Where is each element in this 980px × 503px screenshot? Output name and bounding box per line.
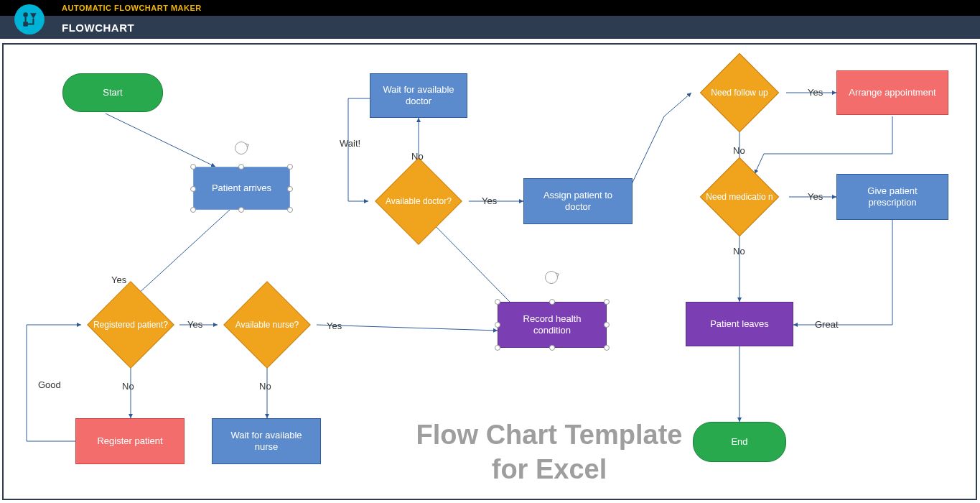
app-header-section: FLOWCHART [0, 16, 980, 39]
edge-label-yes: Yes [808, 87, 823, 98]
edge-label-yes: Yes [482, 195, 497, 206]
selection-handle[interactable] [604, 322, 610, 328]
selection-handle[interactable] [238, 164, 244, 170]
edge-label-no: No [411, 151, 424, 162]
svg-point-0 [23, 12, 28, 17]
node-label: Wait for available doctor [376, 84, 461, 108]
node-label: Record health condition [504, 313, 600, 337]
edge-label-yes: Yes [111, 274, 126, 285]
node-wait-nurse[interactable]: Wait for available nurse [212, 418, 321, 464]
node-label: Assign patient to doctor [530, 190, 626, 213]
node-label: Need medicatio n [698, 178, 781, 216]
node-arrange-appointment[interactable]: Arrange appointment [836, 70, 948, 115]
selection-handle[interactable] [287, 186, 293, 192]
edge-label-no: No [122, 381, 134, 392]
edge-label-great: Great [815, 319, 839, 330]
svg-line-2 [106, 114, 215, 167]
node-label: Arrange appointment [849, 87, 935, 98]
edge-label-yes: Yes [187, 319, 202, 330]
svg-line-7 [317, 325, 498, 331]
selection-handle[interactable] [190, 207, 196, 213]
product-name: AUTOMATIC FLOWCHART MAKER [62, 4, 202, 12]
selection-handle[interactable] [190, 164, 196, 170]
rotate-handle-icon[interactable] [545, 271, 558, 284]
selection-handle[interactable] [604, 345, 610, 351]
edge-label-yes: Yes [808, 191, 823, 202]
node-start[interactable]: Start [62, 73, 163, 112]
selection-handle[interactable] [495, 322, 500, 328]
edge-label-no: No [259, 381, 271, 392]
node-record-health[interactable]: Record health condition [498, 302, 607, 348]
svg-line-3 [136, 210, 230, 296]
node-assign-doctor[interactable]: Assign patient to doctor [523, 178, 633, 224]
watermark-text: Flow Chart Template for Excel [363, 418, 736, 486]
node-label: Available nurse? [225, 307, 309, 343]
app-logo-icon [14, 4, 45, 34]
node-wait-doctor[interactable]: Wait for available doctor [370, 73, 467, 118]
flowchart-canvas[interactable]: Start Patient arrives Registered patient… [2, 43, 977, 500]
node-label: Start [103, 87, 122, 98]
node-label: Available doctor? [376, 183, 461, 219]
node-patient-arrives[interactable]: Patient arrives [193, 167, 290, 210]
selection-handle[interactable] [495, 345, 500, 351]
app-header-top: AUTOMATIC FLOWCHART MAKER [0, 0, 980, 16]
section-name: FLOWCHART [62, 22, 134, 34]
node-label: Give patient prescription [843, 185, 942, 209]
selection-handle[interactable] [604, 299, 610, 305]
selection-handle[interactable] [549, 345, 555, 351]
rotate-handle-icon[interactable] [235, 142, 248, 154]
selection-handle[interactable] [287, 207, 293, 213]
node-label: Need follow up [698, 75, 781, 110]
edge-label-good: Good [38, 379, 61, 390]
node-label: Register patient [97, 435, 162, 447]
node-label: Wait for available nurse [218, 430, 314, 453]
selection-handle[interactable] [190, 186, 196, 192]
edge-label-no: No [733, 145, 745, 156]
selection-handle[interactable] [495, 299, 500, 305]
node-patient-leaves[interactable]: Patient leaves [686, 302, 793, 346]
svg-line-8 [433, 223, 510, 302]
node-label: Patient leaves [710, 318, 769, 330]
node-give-prescription[interactable]: Give patient prescription [836, 174, 948, 220]
node-label: Patient arrives [212, 183, 271, 194]
node-label: Registered patient? [88, 307, 173, 343]
node-register-patient[interactable]: Register patient [75, 418, 185, 464]
watermark-line2: for Excel [492, 454, 607, 484]
watermark-line1: Flow Chart Template [416, 420, 683, 450]
edge-label-no: No [733, 246, 745, 257]
edge-label-yes: Yes [327, 320, 342, 331]
selection-handle[interactable] [287, 164, 293, 170]
svg-rect-1 [23, 22, 28, 27]
selection-handle[interactable] [238, 207, 244, 213]
selection-handle[interactable] [549, 299, 555, 305]
edge-label-wait: Wait! [340, 138, 360, 149]
